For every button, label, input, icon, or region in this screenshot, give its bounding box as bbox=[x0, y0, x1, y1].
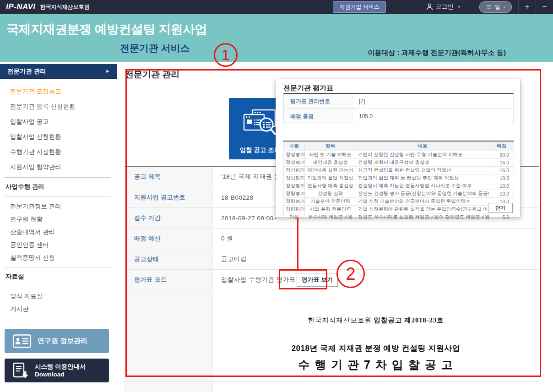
column-header: 항목 bbox=[305, 141, 356, 151]
table-header-row: 구분 항목 내용 배점 bbox=[284, 141, 514, 151]
table-row: 배정 예산 0 원 bbox=[125, 229, 539, 249]
sidebar-item-agreement-management[interactable]: 지원사업 협약관리 bbox=[0, 159, 117, 174]
row-value: 0 원 bbox=[213, 229, 539, 249]
row-label: 공고상태 bbox=[125, 249, 213, 269]
column-header: 내용 bbox=[356, 141, 489, 151]
download-document-icon bbox=[13, 362, 28, 379]
table-row: 정량평가사업·유형 전문인력기업 신청유형에 관련된 실적을 갖는 투입인력수(… bbox=[284, 205, 514, 213]
table-row: 정성평가제안내용 실현 가능성성공적 컨설팅을 위한 컨설팅 과업의 적절성15… bbox=[284, 166, 514, 174]
row-label-empty bbox=[125, 382, 213, 392]
sidebar-nav: 전문기관 모집공고 전문기관 등록 신청현황 입찰사업 공고 입찰사업 신청현황… bbox=[0, 84, 117, 316]
sidebar-item-board[interactable]: 게시판 bbox=[0, 303, 117, 316]
banner-subtitle: 전문기관 서비스 bbox=[120, 42, 190, 54]
portal-button[interactable]: 포 털› bbox=[479, 1, 512, 13]
top-bar: IP-NAVI 한국지식재산보호원 지원기업 서비스 로그인 ▼ 포 털› + … bbox=[0, 0, 553, 14]
table-row: 정량평가기술분야 전문인력기업 신청 기술분야와 전공분야가 동일한 투입인력수… bbox=[284, 197, 514, 205]
sidebar: 전문기관 관리 ▶ 전문기관 모집공고 전문기관 등록 신청현황 입찰사업 공고… bbox=[0, 64, 117, 392]
topbar-actions: 지원기업 서비스 로그인 ▼ 포 털› + − bbox=[333, 0, 553, 14]
org-name: 한국지식재산보호원 bbox=[40, 3, 90, 11]
evaluation-items-table: 구분 항목 내용 배점 정성평가사업 및 기술 이해도기업이 신청한 컨설팅 사… bbox=[283, 141, 514, 221]
sidebar-item-bid-application-status[interactable]: 입찰사업 신청현황 bbox=[0, 129, 117, 144]
ipnavi-logo[interactable]: IP-NAVI bbox=[6, 2, 36, 11]
row-label: 공고 제목 bbox=[125, 167, 213, 187]
evaluation-table-modal: 전문기관 평가표 평가표 관리번호 [7] 배점 총점 105.0 구분 항목 … bbox=[276, 79, 520, 218]
row-label: 배정 예산 bbox=[125, 229, 213, 249]
sidebar-item-researcher-status[interactable]: 연구원 현황 bbox=[0, 213, 117, 226]
table-row: 배점 총점 105.0 bbox=[284, 109, 513, 124]
sidebar-item-recruit-notice[interactable]: 전문기관 모집공고 bbox=[0, 84, 117, 99]
table-row: 정성평가기업과의 협업 적절성기업과의 협업 계획 등 컨설팅 추진 계획 적절… bbox=[284, 174, 514, 182]
page-title: 전문기관 관리 bbox=[125, 69, 179, 81]
table-row: 정성평가사업 및 기술 이해도기업이 신청한 컨설팅 사업·유형·기술분야 이해… bbox=[284, 151, 514, 158]
row-label: 평가표 코드 bbox=[125, 270, 213, 290]
sidebar-item-registration-status[interactable]: 전문기관 등록 신청현황 bbox=[0, 99, 117, 114]
sidebar-header-institution-management[interactable]: 전문기관 관리 ▶ bbox=[0, 64, 117, 79]
table-row: 평가표 관리번호 [7] bbox=[284, 94, 513, 109]
row-label: 지원사업 공고번호 bbox=[125, 187, 213, 207]
row-label: 평가표 관리번호 bbox=[284, 94, 352, 109]
login-label: 로그인 bbox=[436, 3, 454, 11]
researcher-info-label: 연구원 정보관리 bbox=[38, 337, 87, 345]
browser-search-icon bbox=[242, 109, 278, 137]
user-icon bbox=[426, 3, 433, 11]
row-value: 공고마감 bbox=[213, 249, 539, 269]
row-value: 105.0 bbox=[352, 109, 513, 124]
sidebar-item-bid-notice[interactable]: 입찰사업 공고 bbox=[0, 114, 117, 129]
table-row-document-preview: 한국지식재산보호원 입찰공고 제2018-23호 2018년 국제 지재권 분쟁… bbox=[125, 290, 539, 382]
document-header-line: 한국지식재산보호원 입찰공고 제2018-23호 bbox=[213, 316, 539, 325]
table-row-eval-code: 평가표 코드 입찰사업 수행기관 평가표 평가표 보기 bbox=[125, 270, 539, 290]
table-row: 정성평가제안내용 충실성컨설팅 계획서 내용구성의 충실성15.0 bbox=[284, 158, 514, 166]
close-button[interactable]: 닫기 bbox=[488, 203, 513, 213]
banner-title: 국제지재권분쟁 예방컨설팅 지원사업 bbox=[6, 21, 207, 38]
banner-audience: 이용대상 : 과제수행 전문기관(특허사무소 등) bbox=[368, 49, 506, 57]
eval-code-text: 입찰사업 수행기관 평가표 bbox=[221, 276, 296, 284]
banner: 국제지재권분쟁 예방컨설팅 지원사업 전문기관 서비스 이용대상 : 과제수행 … bbox=[0, 14, 553, 62]
arrow-right-icon: ▶ bbox=[106, 64, 109, 79]
modal-title: 전문기관 평가표 bbox=[283, 84, 333, 93]
sidebar-header-label: 전문기관 관리 bbox=[7, 64, 46, 79]
document-subtitle-line: 2018년 국제 지재권 분쟁 예방 컨설팅 지원사업 bbox=[213, 343, 539, 354]
column-header: 구분 bbox=[284, 141, 305, 151]
chevron-right-icon: › bbox=[503, 4, 505, 10]
login-menu[interactable]: 로그인 ▼ bbox=[426, 3, 461, 11]
row-value: [7] bbox=[352, 94, 513, 109]
row-label-empty bbox=[125, 290, 213, 381]
table-row: 공고상태 공고마감 bbox=[125, 249, 539, 270]
sidebar-item-certificate-center[interactable]: 공인인증 센터 bbox=[0, 239, 117, 251]
sidebar-item-agency-designation-status[interactable]: 수행기관 지정현황 bbox=[0, 144, 117, 159]
view-evaluation-table-button[interactable]: 평가표 보기 bbox=[297, 273, 338, 287]
row-label: 배점 총점 bbox=[284, 109, 352, 124]
document-preview: 한국지식재산보호원 입찰공고 제2018-23호 2018년 국제 지재권 분쟁… bbox=[213, 290, 539, 381]
page: IP-NAVI 한국지식재산보호원 지원기업 서비스 로그인 ▼ 포 털› + … bbox=[0, 0, 553, 392]
manual-download-label: 시스템 이용안내서 Download bbox=[35, 363, 86, 378]
zoom-in-button[interactable]: + bbox=[519, 0, 536, 14]
sidebar-item-output-statement[interactable]: 산출내역서 관리 bbox=[0, 226, 117, 239]
row-label: 접수 기간 bbox=[125, 208, 213, 228]
sidebar-section-project-management: 사업수행 관리 bbox=[0, 178, 117, 196]
sidebar-item-institution-info[interactable]: 전문기관정보 관리 bbox=[0, 200, 117, 213]
row-value: 입찰사업 수행기관 평가표 평가표 보기 bbox=[213, 270, 539, 290]
sidebar-section-archive: 자료실 bbox=[0, 267, 117, 286]
table-row-stub bbox=[125, 382, 539, 392]
manual-download-button[interactable]: 시스템 이용안내서 Download bbox=[5, 359, 109, 382]
table-row: 정량평가컨설팅 실적전년도 컨설팅 평가 등급(신청분야와 동일한 기술분야의 … bbox=[284, 190, 514, 197]
id-card-icon bbox=[13, 334, 31, 348]
column-header: 배점 bbox=[489, 141, 514, 151]
chevron-down-icon: ▼ bbox=[457, 5, 461, 9]
document-title-line: 수 행 기 관 7 차 입 찰 공 고 bbox=[213, 357, 539, 372]
sidebar-item-performance-certificate[interactable]: 실적증명서 신청 bbox=[0, 251, 117, 264]
sidebar-item-form-archive[interactable]: 양식 자료실 bbox=[0, 290, 117, 303]
modal-info-table: 평가표 관리번호 [7] 배점 총점 105.0 bbox=[283, 93, 514, 124]
portal-label: 포 털 bbox=[486, 4, 501, 10]
zoom-out-button[interactable]: − bbox=[536, 0, 553, 14]
researcher-info-button[interactable]: 연구원 정보관리 bbox=[5, 329, 109, 353]
table-row: 정성평가변동사항 예측 충실성컨설팅시 예측 가능한 변동사항별 시나리오 수립… bbox=[284, 182, 514, 190]
support-company-service-button[interactable]: 지원기업 서비스 bbox=[333, 1, 385, 13]
table-row: 가점우수사례 책임연구원전년도 우수사례로 선정된 책임연구원이 당해연도 책임… bbox=[284, 213, 514, 221]
